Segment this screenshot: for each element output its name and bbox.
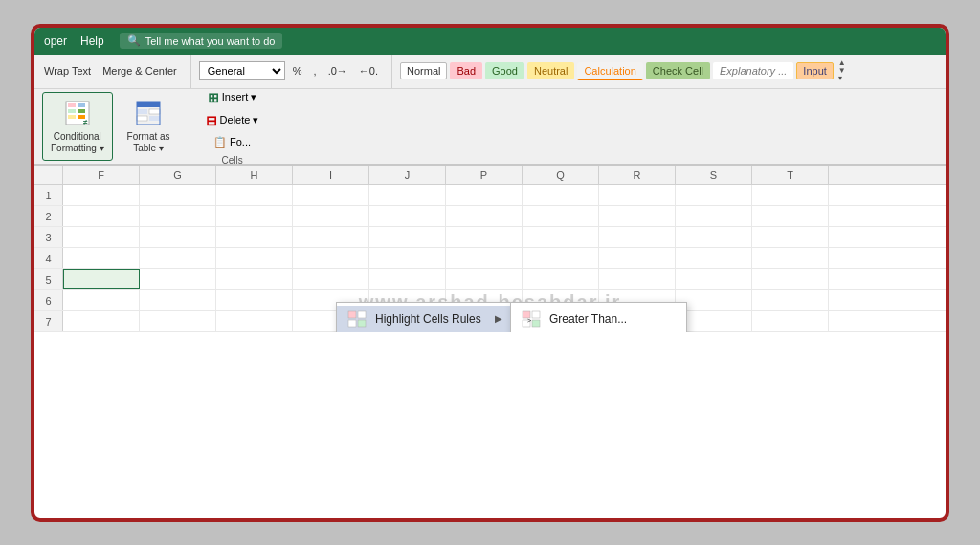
cell[interactable] bbox=[140, 269, 216, 289]
cell[interactable] bbox=[446, 290, 523, 310]
wrap-text-btn[interactable]: Wrap Text bbox=[40, 63, 95, 79]
cell[interactable] bbox=[63, 248, 140, 268]
delete-btn[interactable]: ⊟ Delete ▾ bbox=[199, 110, 266, 131]
percent-btn[interactable]: % bbox=[289, 63, 306, 79]
cell[interactable] bbox=[216, 269, 293, 289]
cell[interactable] bbox=[293, 311, 369, 331]
cell[interactable] bbox=[293, 290, 369, 310]
style-bad[interactable]: Bad bbox=[450, 62, 482, 79]
cell[interactable] bbox=[599, 311, 676, 331]
cell[interactable] bbox=[140, 311, 216, 331]
style-check-cell[interactable]: Check Cell bbox=[646, 62, 710, 79]
cells-group-label: Cells bbox=[221, 155, 242, 166]
search-bar[interactable]: 🔍 Tell me what you want to do bbox=[120, 33, 283, 49]
conditional-formatting-btn[interactable]: ≠ ConditionalFormatting ▾ bbox=[42, 92, 113, 161]
cell[interactable] bbox=[369, 311, 446, 331]
cell[interactable] bbox=[63, 227, 140, 247]
cell[interactable] bbox=[63, 290, 140, 310]
merge-center-btn[interactable]: Merge & Center bbox=[99, 63, 181, 79]
cell[interactable] bbox=[63, 311, 140, 331]
cell[interactable] bbox=[599, 290, 676, 310]
cell[interactable] bbox=[523, 206, 599, 226]
cell[interactable] bbox=[140, 206, 216, 226]
cell[interactable] bbox=[446, 248, 523, 268]
cells-group: ⊞ Insert ▾ ⊟ Delete ▾ 📋 Fo... Cells bbox=[199, 87, 266, 166]
cell[interactable] bbox=[676, 227, 752, 247]
cell[interactable] bbox=[140, 227, 216, 247]
cell[interactable] bbox=[446, 227, 523, 247]
cell[interactable] bbox=[293, 269, 369, 289]
cell[interactable] bbox=[676, 290, 752, 310]
cell[interactable] bbox=[676, 206, 752, 226]
cell[interactable] bbox=[676, 311, 752, 331]
scroll-more-arrow[interactable]: ▾ bbox=[838, 75, 846, 82]
cell[interactable] bbox=[293, 248, 369, 268]
cell[interactable] bbox=[216, 248, 293, 268]
menu-help[interactable]: Help bbox=[80, 34, 104, 48]
cell[interactable] bbox=[752, 185, 829, 205]
menu-oper[interactable]: oper bbox=[44, 34, 67, 48]
cell[interactable] bbox=[752, 206, 829, 226]
format-btn[interactable]: 📋 Fo... bbox=[207, 133, 257, 151]
cell[interactable] bbox=[599, 206, 676, 226]
cell[interactable] bbox=[216, 290, 293, 310]
cell[interactable] bbox=[446, 206, 523, 226]
cell[interactable] bbox=[523, 248, 599, 268]
cell[interactable] bbox=[293, 185, 369, 205]
cell[interactable] bbox=[599, 248, 676, 268]
comma-btn[interactable]: , bbox=[310, 63, 321, 79]
cell[interactable] bbox=[446, 185, 523, 205]
cell[interactable] bbox=[369, 290, 446, 310]
cell[interactable] bbox=[369, 269, 446, 289]
insert-btn[interactable]: ⊞ Insert ▾ bbox=[201, 87, 264, 108]
selected-cell[interactable] bbox=[63, 269, 140, 289]
menu-bar: oper Help bbox=[44, 34, 104, 48]
cell[interactable] bbox=[140, 290, 216, 310]
cell[interactable] bbox=[293, 206, 369, 226]
cell[interactable] bbox=[523, 311, 599, 331]
cell[interactable] bbox=[599, 227, 676, 247]
cell[interactable] bbox=[676, 185, 752, 205]
cell[interactable] bbox=[676, 269, 752, 289]
style-normal[interactable]: Normal bbox=[400, 62, 447, 79]
increase-decimal-btn[interactable]: .0→ bbox=[324, 63, 351, 79]
cell[interactable] bbox=[446, 311, 523, 331]
cell[interactable] bbox=[216, 185, 293, 205]
cell[interactable] bbox=[216, 227, 293, 247]
styles-scroll[interactable]: ▲ ▼ ▾ bbox=[838, 59, 846, 82]
format-as-table-btn[interactable]: Format asTable ▾ bbox=[119, 92, 179, 161]
decrease-decimal-btn[interactable]: ←0. bbox=[355, 63, 382, 79]
cell[interactable] bbox=[140, 248, 216, 268]
cell[interactable] bbox=[523, 185, 599, 205]
cell[interactable] bbox=[752, 248, 829, 268]
cell[interactable] bbox=[599, 185, 676, 205]
style-neutral[interactable]: Neutral bbox=[527, 62, 574, 79]
cell[interactable] bbox=[63, 206, 140, 226]
style-calculation[interactable]: Calculation bbox=[577, 62, 642, 80]
number-format-select[interactable]: General bbox=[199, 61, 285, 80]
cell[interactable] bbox=[216, 311, 293, 331]
cell[interactable] bbox=[293, 227, 369, 247]
cell[interactable] bbox=[523, 227, 599, 247]
cell[interactable] bbox=[523, 269, 599, 289]
format-as-table-label: Format asTable ▾ bbox=[127, 131, 170, 154]
cell[interactable] bbox=[752, 227, 829, 247]
style-good[interactable]: Good bbox=[485, 62, 524, 79]
cell[interactable] bbox=[63, 185, 140, 205]
style-explanatory[interactable]: Explanatory ... bbox=[713, 62, 793, 79]
style-input[interactable]: Input bbox=[796, 62, 833, 79]
cell[interactable] bbox=[676, 248, 752, 268]
cell[interactable] bbox=[369, 206, 446, 226]
cell[interactable] bbox=[599, 269, 676, 289]
cell[interactable] bbox=[752, 311, 829, 331]
cell[interactable] bbox=[523, 290, 599, 310]
cell[interactable] bbox=[446, 269, 523, 289]
cell[interactable] bbox=[216, 206, 293, 226]
cell[interactable] bbox=[752, 269, 829, 289]
cell[interactable] bbox=[369, 248, 446, 268]
cell[interactable] bbox=[369, 227, 446, 247]
cell[interactable] bbox=[140, 185, 216, 205]
cell[interactable] bbox=[369, 185, 446, 205]
cell[interactable] bbox=[752, 290, 829, 310]
format-label: Fo... bbox=[230, 136, 251, 148]
